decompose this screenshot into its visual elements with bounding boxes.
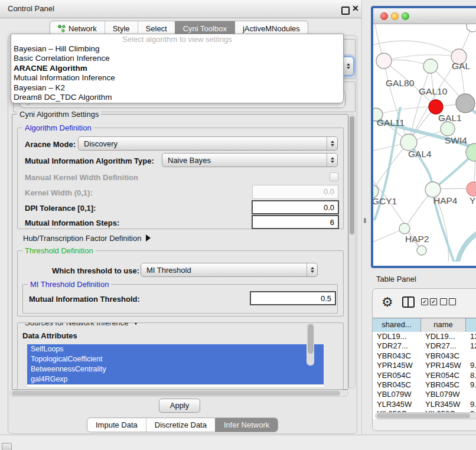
splitter-handle[interactable] bbox=[364, 218, 366, 223]
table-cell: YBL079W bbox=[373, 390, 421, 399]
network-node[interactable] bbox=[456, 94, 475, 113]
network-node[interactable] bbox=[423, 59, 438, 73]
algorithm-option[interactable]: Mutual Information Inference bbox=[11, 73, 343, 83]
network-view-window: GALGAL80GAL10GAL1SWI4GAL11GAL4GCY1HAP4YH… bbox=[371, 6, 476, 268]
network-edge[interactable] bbox=[376, 107, 436, 115]
tab-label: Cyni Toolbox bbox=[183, 24, 227, 33]
network-node[interactable] bbox=[417, 246, 426, 255]
table-row[interactable]: YPR145WYPR145W9. bbox=[373, 361, 476, 370]
network-node[interactable] bbox=[467, 182, 476, 196]
table-cell: YDL19... bbox=[373, 332, 421, 341]
float-window-icon[interactable] bbox=[341, 6, 350, 15]
network-graph: GALGAL80GAL10GAL1SWI4GAL11GAL4GCY1HAP4YH… bbox=[373, 24, 476, 262]
manual-kernel-width-checkbox[interactable] bbox=[330, 172, 338, 181]
apply-button[interactable]: Apply bbox=[159, 399, 200, 413]
network-node[interactable] bbox=[429, 100, 443, 114]
unchecked-box-icon bbox=[440, 298, 447, 305]
mi-threshold-definition-title: MI Threshold Definition bbox=[28, 280, 111, 289]
settings-hscroll-thumb[interactable] bbox=[12, 391, 340, 396]
table-row[interactable]: YDL19...YDL19...13 bbox=[373, 332, 476, 341]
table-cell: YBR043C bbox=[373, 351, 421, 361]
network-node[interactable] bbox=[376, 53, 392, 69]
network-node[interactable] bbox=[467, 24, 476, 32]
show-checked-columns-icon[interactable]: ✓ ✓ bbox=[421, 298, 437, 305]
columns-icon[interactable] bbox=[402, 296, 415, 308]
kernel-width-field[interactable]: 0.0 bbox=[252, 185, 338, 199]
node-label: GAL11 bbox=[377, 118, 405, 128]
node-label: HAP4 bbox=[433, 195, 458, 206]
hub-definition-label: Hub/Transcription Factor Definition bbox=[23, 234, 141, 243]
bottom-tab-infer-network[interactable]: Infer Network bbox=[215, 418, 278, 432]
node-label: GAL1 bbox=[438, 113, 462, 123]
table-row[interactable]: YBR045CYBR045C9. bbox=[373, 380, 476, 390]
close-icon[interactable]: ✕ bbox=[352, 4, 359, 13]
aracne-mode-combo[interactable]: Discovery bbox=[78, 136, 338, 151]
sources-group-title[interactable]: Sources for Network Inference bbox=[22, 322, 142, 327]
mi-type-combo[interactable]: Naive Bayes bbox=[162, 153, 338, 167]
control-panel-title: Control Panel bbox=[8, 4, 54, 13]
algorithm-option[interactable]: ARACNE Algorithm bbox=[11, 64, 343, 73]
network-node[interactable] bbox=[399, 223, 410, 234]
table-column-header[interactable] bbox=[466, 318, 476, 332]
data-attribute-item[interactable]: BetweennessCentrality bbox=[27, 364, 324, 374]
network-node[interactable] bbox=[400, 134, 417, 151]
settings-vscroll-thumb[interactable] bbox=[350, 116, 354, 234]
algorithm-option[interactable]: Bayesian – Hill Climbing bbox=[11, 44, 343, 54]
data-attribute-item[interactable]: TopologicalCoefficient bbox=[27, 354, 324, 364]
bottom-tab-discretize-data[interactable]: Discretize Data bbox=[146, 418, 215, 432]
unchecked-box-icon bbox=[449, 298, 456, 305]
corner-mini-button[interactable] bbox=[2, 443, 12, 450]
network-window-titlebar[interactable] bbox=[373, 8, 476, 24]
table-column-header[interactable]: shared... bbox=[373, 318, 421, 332]
node-label: GAL10 bbox=[419, 86, 448, 96]
gear-icon[interactable]: ⚙ bbox=[382, 294, 393, 311]
table-horizontal-scrollbar[interactable] bbox=[375, 412, 476, 419]
data-attribute-item[interactable]: gal4RGexp bbox=[27, 374, 324, 384]
node-label: GCY1 bbox=[373, 196, 397, 206]
which-threshold-label: Which threshold to use: bbox=[52, 266, 139, 275]
table-cell: YPR145W bbox=[421, 361, 466, 370]
table-cell bbox=[466, 390, 476, 399]
network-node[interactable] bbox=[441, 122, 455, 136]
zoom-traffic-light-icon[interactable] bbox=[402, 12, 409, 20]
table-row[interactable]: YBL079WYBL079W bbox=[373, 390, 476, 399]
attributes-scrollbar-thumb[interactable] bbox=[308, 324, 314, 354]
data-attribute-item[interactable]: SelfLoops bbox=[27, 344, 324, 354]
table-hscroll-thumb[interactable] bbox=[377, 413, 470, 418]
algorithm-option[interactable]: Bayesian – K2 bbox=[11, 83, 343, 93]
dpi-tolerance-field[interactable]: 0.0 bbox=[252, 200, 339, 214]
table-cell: YDR27... bbox=[373, 341, 421, 351]
table-cell: 9. bbox=[466, 400, 476, 409]
table-row[interactable]: YDR27...YDR27...12 bbox=[373, 341, 476, 351]
algorithm-option[interactable]: Dream8 DC_TDC Algorithm bbox=[11, 93, 343, 102]
node-label: GAL bbox=[452, 61, 470, 71]
table-row[interactable]: YBR043CYBR043C bbox=[373, 351, 476, 361]
which-threshold-combo[interactable]: MI Threshold bbox=[141, 263, 318, 277]
table-row[interactable]: YER054CYER054C8. bbox=[373, 371, 476, 380]
algorithm-dropdown-prompt: Select algorithm to view settings bbox=[11, 35, 343, 44]
table-column-header[interactable]: name bbox=[421, 318, 466, 332]
settings-horizontal-scrollbar[interactable] bbox=[9, 390, 348, 397]
algorithm-definition-group: Algorithm Definition Aracne Mode: Discov… bbox=[17, 128, 344, 229]
table-header-row: shared...name bbox=[373, 318, 476, 333]
attributes-scrollbar[interactable] bbox=[307, 323, 314, 366]
node-label: SWI4 bbox=[445, 135, 467, 145]
hide-unchecked-columns-icon[interactable] bbox=[440, 298, 456, 305]
network-edge-thick[interactable] bbox=[457, 227, 476, 262]
hub-definition-expander[interactable]: Hub/Transcription Factor Definition bbox=[23, 234, 151, 243]
mi-threshold-field[interactable]: 0.5 bbox=[250, 291, 336, 305]
manual-kernel-width-label: Manual Kernel Width Definition bbox=[25, 173, 138, 182]
settings-vertical-scrollbar[interactable] bbox=[348, 114, 356, 389]
minimize-traffic-light-icon[interactable] bbox=[391, 12, 399, 20]
table-row[interactable]: YLR345WYLR345W9. bbox=[373, 400, 476, 409]
expander-arrow-icon bbox=[146, 234, 151, 242]
network-canvas[interactable]: GALGAL80GAL10GAL1SWI4GAL11GAL4GCY1HAP4YH… bbox=[373, 24, 476, 262]
collapse-arrow-icon bbox=[132, 322, 139, 325]
mi-steps-field[interactable]: 6 bbox=[252, 215, 339, 229]
table-cell: YBR045C bbox=[421, 380, 466, 390]
table-panel-title: Table Panel bbox=[376, 275, 416, 283]
network-icon bbox=[58, 24, 66, 32]
algorithm-option[interactable]: Basic Correlation Inference bbox=[11, 54, 343, 63]
bottom-tab-impute-data[interactable]: Impute Data bbox=[87, 418, 146, 432]
close-traffic-light-icon[interactable] bbox=[380, 12, 388, 20]
